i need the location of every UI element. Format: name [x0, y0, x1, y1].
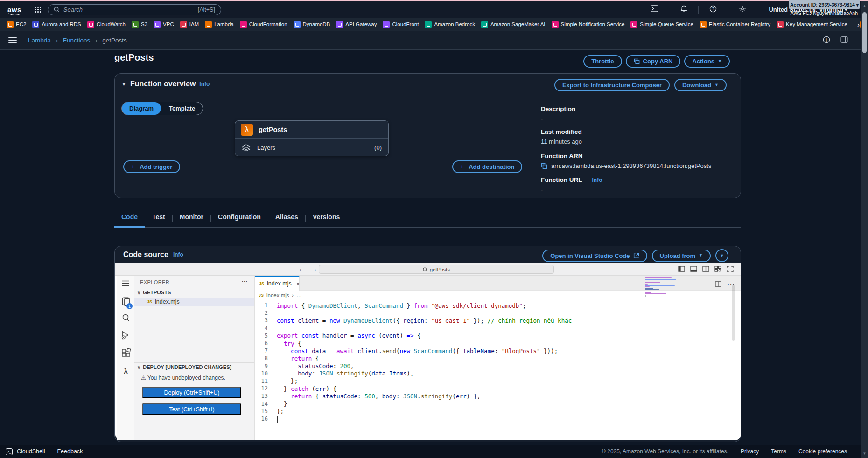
diagram-toggle[interactable]: Diagram — [122, 102, 161, 115]
layout-icon[interactable] — [714, 266, 721, 272]
terms-link[interactable]: Terms — [771, 448, 786, 455]
cloudshell-terminal-icon[interactable] — [646, 5, 662, 14]
info-panel-icon[interactable]: i — [823, 36, 830, 45]
code-line[interactable]: 12 } catch (err) { — [255, 385, 741, 392]
tab-monitor[interactable]: Monitor — [173, 213, 210, 227]
throttle-button[interactable]: Throttle — [583, 55, 622, 68]
favorite-service-elastic-container-registry[interactable]: Elastic Container Registry — [700, 21, 770, 28]
scroll-down-icon[interactable]: ▼ — [861, 451, 868, 456]
privacy-link[interactable]: Privacy — [741, 448, 759, 455]
favorite-service-simple-notification-service[interactable]: Simple Notification Service — [552, 21, 625, 28]
favorite-service-cloudwatch[interactable]: CloudWatch — [87, 21, 126, 28]
search-sidebar-icon[interactable] — [117, 313, 134, 323]
side-menu-icon[interactable] — [8, 37, 17, 43]
aws-lambda-sidebar-icon[interactable]: λ — [117, 366, 134, 376]
collapse-editor-button[interactable]: ▼ — [715, 249, 728, 262]
code-line[interactable]: 16 — [255, 415, 741, 423]
favorite-service-simple-queue-service[interactable]: Simple Queue Service — [630, 21, 693, 28]
page-scrollbar[interactable]: ▲ ▼ — [861, 1, 868, 458]
tab-code[interactable]: Code — [114, 213, 145, 227]
favorite-service-iam[interactable]: IAM — [180, 21, 199, 28]
code-line[interactable]: 11 }; — [255, 377, 741, 385]
breadcrumb-functions[interactable]: Functions — [63, 37, 91, 44]
code-line[interactable]: 10 body: JSON.stringify(data.Items), — [255, 370, 741, 377]
aws-logo[interactable]: aws — [7, 6, 21, 14]
code-line[interactable]: 3const client = new DynamoDBClient({ reg… — [255, 317, 741, 324]
tab-configuration[interactable]: Configuration — [211, 213, 268, 227]
code-line[interactable]: 2 — [255, 309, 741, 317]
tab-aliases[interactable]: Aliases — [268, 213, 305, 227]
collapse-triangle-icon[interactable]: ▼ — [121, 81, 126, 87]
file-index-mjs[interactable]: JS index.mjs — [134, 298, 254, 306]
extensions-icon[interactable] — [117, 348, 134, 358]
favorite-service-amazon-bedrock[interactable]: Amazon Bedrock — [425, 21, 475, 28]
account-menu[interactable]: Account ID: 2939-3673-9814 ▾ — [789, 0, 860, 9]
add-destination-button[interactable]: + Add destination — [452, 160, 522, 173]
deploy-section-header[interactable]: ∨ DEPLOY [UNDEPLOYED CHANGES] — [137, 364, 231, 370]
favorites-overflow-chevron-icon[interactable]: › — [847, 19, 860, 30]
favorite-service-ec2[interactable]: EC2 — [7, 21, 26, 28]
split-editor-icon[interactable] — [702, 266, 709, 272]
open-vscode-button[interactable]: Open in Visual Studio Code — [542, 250, 647, 262]
side-panel-icon[interactable] — [840, 36, 848, 45]
services-menu-icon[interactable] — [35, 7, 41, 13]
editor-scrollbar[interactable] — [732, 285, 735, 341]
favorite-service-vpc[interactable]: VPC — [154, 21, 174, 28]
nav-forward-icon[interactable]: → — [311, 265, 317, 272]
export-composer-button[interactable]: Export to Infrastructure Composer — [554, 79, 670, 91]
layers-link[interactable]: Layers — [257, 144, 368, 151]
code-line[interactable]: 15}; — [255, 408, 741, 415]
cookie-preferences-link[interactable]: Cookie preferences — [798, 448, 847, 455]
favorite-service-s3[interactable]: S3 — [132, 21, 147, 28]
favorite-service-key-management-service[interactable]: Key Management Service — [777, 21, 847, 28]
code-line[interactable]: 7 const data = await client.send(new Sca… — [255, 347, 741, 354]
code-line[interactable]: 9 statusCode: 200, — [255, 362, 741, 370]
minimap[interactable] — [645, 277, 681, 299]
tab-index-mjs[interactable]: JS index.mjs × — [255, 276, 300, 291]
code-source-info-link[interactable]: Info — [173, 251, 183, 258]
global-search-input[interactable]: Search [Alt+S] — [48, 4, 221, 15]
tab-versions[interactable]: Versions — [306, 213, 347, 227]
favorite-service-api-gateway[interactable]: API Gateway — [336, 21, 377, 28]
notifications-bell-icon[interactable] — [676, 5, 692, 14]
favorite-service-dynamodb[interactable]: DynamoDB — [294, 21, 330, 28]
nav-back-icon[interactable]: ← — [298, 265, 305, 272]
more-actions-icon[interactable]: ⋯ — [242, 278, 248, 285]
function-url-info-link[interactable]: Info — [592, 177, 602, 183]
explorer-files-icon[interactable]: 1 — [117, 297, 134, 307]
editor-command-search[interactable]: getPosts — [319, 265, 554, 274]
close-tab-icon[interactable]: × — [296, 280, 300, 287]
copy-icon[interactable] — [541, 163, 547, 169]
favorite-service-lambda[interactable]: Lambda — [205, 21, 234, 28]
editor-breadcrumb[interactable]: JS index.mjs › … — [259, 292, 301, 298]
code-line[interactable]: 13 return { statusCode: 500, body: JSON.… — [255, 392, 741, 400]
toggle-panel-icon[interactable] — [690, 266, 697, 272]
project-tree-item[interactable]: ∨ GETPOSTS — [137, 290, 171, 295]
favorite-service-cloudformation[interactable]: CloudFormation — [240, 21, 287, 28]
overview-info-link[interactable]: Info — [199, 81, 210, 87]
code-line[interactable]: 14 } — [255, 400, 741, 407]
function-diagram-node[interactable]: λ getPosts Layers (0) — [235, 120, 389, 156]
scroll-up-icon[interactable]: ▲ — [861, 4, 868, 8]
cloudshell-button[interactable]: >_ CloudShell — [6, 448, 45, 455]
split-editor-icon[interactable] — [715, 281, 721, 287]
download-button[interactable]: Download ▼ — [674, 79, 727, 91]
actions-menu-button[interactable]: Actions ▼ — [684, 55, 730, 68]
add-trigger-button[interactable]: + Add trigger — [123, 160, 180, 173]
help-icon[interactable]: ? — [705, 5, 721, 14]
run-debug-icon[interactable] — [117, 330, 134, 340]
template-toggle[interactable]: Template — [161, 105, 203, 112]
code-line[interactable]: 1import { DynamoDBClient, ScanCommand } … — [255, 302, 741, 309]
copy-arn-button[interactable]: Copy ARN — [626, 55, 681, 68]
menu-icon[interactable] — [117, 280, 134, 286]
favorite-service-amazon-sagemaker-ai[interactable]: Amazon SageMaker AI — [481, 21, 546, 28]
fullscreen-icon[interactable] — [727, 266, 734, 272]
tab-test[interactable]: Test — [145, 213, 172, 227]
test-button[interactable]: Test (Ctrl+Shift+I) — [142, 403, 241, 415]
upload-from-button[interactable]: Upload from ▼ — [652, 250, 711, 262]
code-line[interactable]: 4 — [255, 325, 741, 332]
code-line[interactable]: 6 try { — [255, 340, 741, 347]
code-area[interactable]: 1import { DynamoDBClient, ScanCommand } … — [255, 302, 741, 440]
favorite-service-aurora-and-rds[interactable]: Aurora and RDS — [32, 21, 81, 28]
feedback-link[interactable]: Feedback — [57, 448, 83, 455]
